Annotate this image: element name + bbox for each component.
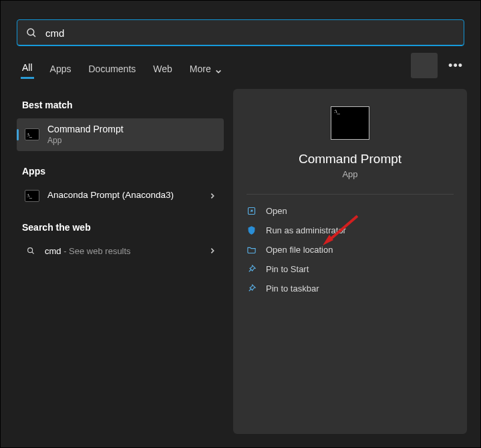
svg-line-3 <box>32 252 34 254</box>
result-title: Anaconda Prompt (Anaconda3) <box>47 190 204 201</box>
action-pin-to-taskbar[interactable]: Pin to taskbar <box>240 279 460 298</box>
chevron-down-icon <box>215 66 222 73</box>
section-best-match: Best match <box>22 100 218 110</box>
result-web-search[interactable]: cmd - See web results <box>17 241 224 261</box>
svg-point-0 <box>27 29 34 35</box>
overflow-button[interactable]: ••• <box>444 55 467 77</box>
result-title: Command Prompt <box>47 124 216 136</box>
result-subtitle: App <box>47 136 216 146</box>
anaconda-prompt-icon: :\_ <box>25 190 39 202</box>
tab-apps[interactable]: Apps <box>49 60 73 78</box>
tab-web[interactable]: Web <box>152 60 174 78</box>
top-right-controls: ••• <box>411 53 467 78</box>
command-prompt-icon: :\_ <box>25 128 39 140</box>
filter-tabs: All Apps Documents Web More <box>21 58 223 79</box>
svg-point-2 <box>28 248 33 253</box>
search-icon <box>25 27 37 39</box>
shield-icon <box>247 225 257 235</box>
preview-title: Command Prompt <box>233 152 467 166</box>
result-anaconda-prompt[interactable]: :\_ Anaconda Prompt (Anaconda3) <box>17 185 224 207</box>
preview-panel: :\_ Command Prompt App Open Run as admin… <box>233 89 467 434</box>
web-hint: - See web results <box>61 246 131 256</box>
preview-actions: Open Run as administrator Open file loca… <box>233 200 467 298</box>
tab-documents[interactable]: Documents <box>87 60 137 78</box>
web-keyword: cmd <box>45 246 61 256</box>
section-apps: Apps <box>22 166 218 177</box>
selection-indicator <box>17 129 19 140</box>
search-input[interactable] <box>45 27 456 39</box>
user-avatar[interactable] <box>411 53 438 78</box>
results-column: Best match :\_ Command Prompt App Apps :… <box>17 94 224 261</box>
chevron-right-icon <box>204 247 216 254</box>
search-bar[interactable] <box>17 19 464 46</box>
pin-icon <box>247 284 257 294</box>
preview-app-icon: :\_ <box>331 106 369 140</box>
open-icon <box>247 206 257 216</box>
section-search-web: Search the web <box>22 222 218 233</box>
tab-more[interactable]: More <box>188 60 223 78</box>
action-open-file-location[interactable]: Open file location <box>240 240 460 259</box>
action-open[interactable]: Open <box>240 201 460 221</box>
preview-header: :\_ Command Prompt App <box>233 89 467 179</box>
result-command-prompt[interactable]: :\_ Command Prompt App <box>17 118 224 151</box>
folder-icon <box>247 245 257 255</box>
action-pin-to-start[interactable]: Pin to Start <box>240 259 460 279</box>
svg-line-1 <box>33 34 35 37</box>
chevron-right-icon <box>204 193 216 199</box>
preview-subtitle: App <box>233 169 467 179</box>
pin-icon <box>247 264 257 274</box>
divider <box>247 194 454 195</box>
search-icon <box>26 246 35 255</box>
tab-all[interactable]: All <box>21 58 34 79</box>
action-run-as-administrator[interactable]: Run as administrator <box>240 221 460 240</box>
